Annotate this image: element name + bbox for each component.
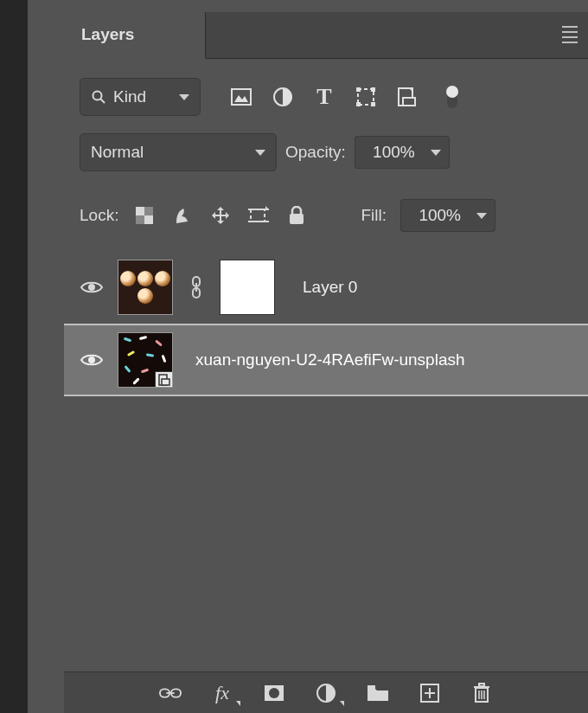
- smartobject-filter-icon[interactable]: [396, 86, 419, 108]
- tab-layers-label: Layers: [81, 25, 134, 44]
- type-filter-icon[interactable]: T: [313, 86, 336, 108]
- tab-layers[interactable]: Layers: [64, 12, 206, 59]
- filter-toggle[interactable]: [441, 86, 463, 108]
- link-layers-icon[interactable]: [159, 682, 182, 704]
- lock-icons: [134, 205, 307, 226]
- layers-list: Layer 0: [64, 251, 588, 396]
- layer-name[interactable]: xuan-nguyen-U2-4RAefiFw-unsplash: [195, 350, 465, 369]
- panel-menu-icon[interactable]: [562, 26, 578, 43]
- svg-rect-8: [356, 102, 361, 106]
- svg-rect-20: [290, 214, 304, 224]
- blend-mode-select[interactable]: Normal: [80, 133, 277, 171]
- svg-rect-9: [371, 102, 375, 106]
- blend-mode-value: Normal: [91, 143, 144, 162]
- visibility-toggle[interactable]: [80, 352, 104, 368]
- svg-rect-6: [356, 87, 361, 92]
- svg-point-32: [269, 688, 279, 698]
- svg-rect-16: [251, 209, 265, 222]
- lock-image-icon[interactable]: [172, 205, 193, 226]
- svg-point-25: [88, 356, 95, 363]
- lock-artboard-icon[interactable]: [248, 205, 269, 226]
- panel-tab-row: Layers: [64, 12, 588, 59]
- link-icon[interactable]: [187, 276, 206, 299]
- chevron-down-icon: [340, 701, 344, 706]
- lock-label: Lock:: [80, 206, 118, 225]
- search-icon: [91, 89, 106, 105]
- shape-filter-icon[interactable]: [355, 86, 377, 108]
- svg-rect-12: [403, 98, 415, 106]
- adjustment-filter-icon[interactable]: [272, 86, 294, 108]
- opacity-label: Opacity:: [285, 143, 346, 162]
- panel-controls: Kind T: [64, 59, 588, 196]
- blend-row: Normal Opacity: 100%: [80, 133, 572, 171]
- lock-row: Lock: Fill: 100%: [64, 196, 588, 247]
- svg-point-0: [93, 92, 102, 100]
- smartobject-badge-icon: [155, 371, 173, 388]
- layer-thumbnail[interactable]: [118, 332, 173, 388]
- layer-row[interactable]: Layer 0: [64, 251, 588, 324]
- svg-line-1: [101, 100, 105, 104]
- fill-label: Fill:: [361, 206, 387, 225]
- filter-type-icons: T: [230, 86, 463, 108]
- svg-point-21: [88, 284, 95, 291]
- layer-thumbnail[interactable]: [118, 260, 173, 315]
- layers-bottom-toolbar: fx: [64, 671, 588, 713]
- trash-icon[interactable]: [470, 682, 493, 704]
- chevron-down-icon: [179, 94, 189, 100]
- svg-rect-15: [144, 215, 153, 224]
- fill-value-input[interactable]: 100%: [400, 199, 470, 232]
- panel-tab-background: [206, 12, 588, 59]
- svg-rect-14: [136, 207, 144, 215]
- filter-kind-select[interactable]: Kind: [80, 78, 201, 116]
- lock-transparency-icon[interactable]: [134, 205, 155, 226]
- new-layer-icon[interactable]: [419, 682, 441, 704]
- svg-rect-7: [371, 87, 375, 92]
- opacity-dropdown[interactable]: [424, 136, 450, 169]
- opacity-value: 100%: [373, 143, 415, 162]
- add-mask-icon[interactable]: [263, 682, 285, 704]
- svg-marker-19: [265, 206, 269, 209]
- group-icon[interactable]: [367, 682, 389, 704]
- lock-position-icon[interactable]: [210, 205, 231, 226]
- svg-rect-34: [368, 685, 375, 689]
- svg-marker-3: [234, 95, 248, 102]
- visibility-toggle[interactable]: [80, 279, 104, 295]
- layer-name[interactable]: Layer 0: [303, 278, 357, 297]
- fill-value: 100%: [419, 206, 461, 225]
- layer-mask-thumbnail[interactable]: [220, 260, 275, 315]
- chevron-down-icon: [431, 150, 441, 156]
- image-filter-icon[interactable]: [230, 86, 252, 108]
- layer-row[interactable]: xuan-nguyen-U2-4RAefiFw-unsplash: [64, 324, 588, 396]
- filter-row: Kind T: [80, 78, 572, 116]
- fx-icon[interactable]: fx: [211, 682, 233, 704]
- svg-rect-2: [232, 89, 251, 105]
- svg-rect-27: [162, 379, 169, 385]
- chevron-down-icon: [255, 150, 265, 156]
- chevron-down-icon: [236, 701, 240, 706]
- chevron-down-icon: [476, 213, 487, 219]
- adjustment-layer-icon[interactable]: [315, 682, 337, 704]
- canvas-dark-strip: [0, 0, 28, 713]
- filter-kind-label: Kind: [113, 87, 146, 106]
- opacity-value-input[interactable]: 100%: [355, 136, 424, 169]
- lock-all-icon[interactable]: [286, 205, 307, 226]
- svg-rect-40: [479, 684, 484, 686]
- fill-dropdown[interactable]: [470, 199, 495, 232]
- layers-panel: Layers Kind: [64, 12, 588, 713]
